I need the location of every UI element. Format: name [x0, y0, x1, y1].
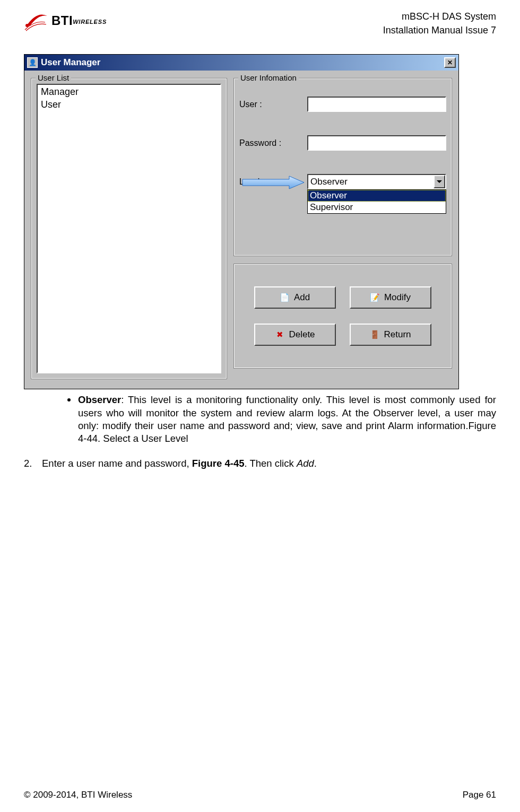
level-option-supervisor[interactable]: Supervisor: [308, 202, 446, 213]
step-number: 2.: [24, 457, 37, 470]
bullet-text: Observer: This level is a monitoring fun…: [78, 394, 496, 446]
add-icon: 📄: [280, 293, 290, 302]
logo-swoosh-icon: [24, 10, 49, 32]
dialog-titlebar[interactable]: 👤 User Manager ✕: [24, 55, 458, 71]
logo-text: BTIWIRELESS: [51, 13, 107, 28]
dialog-body: User List Manager User User Infomation U…: [24, 71, 458, 389]
modify-icon: 📝: [370, 293, 380, 302]
delete-icon: ✖: [275, 330, 284, 339]
user-label: User :: [239, 100, 307, 109]
list-item[interactable]: Manager: [41, 86, 217, 98]
user-row: User :: [239, 97, 446, 112]
dialog-user-manager: 👤 User Manager ✕ User List Manager User …: [24, 54, 459, 389]
level-option-observer[interactable]: Observer: [308, 190, 446, 202]
page-footer: © 2009-2014, BTI Wireless Page 61: [0, 790, 520, 800]
level-selected: Observer: [307, 174, 446, 189]
logo: BTIWIRELESS: [24, 10, 107, 32]
step-text: Enter a user name and password, Figure 4…: [42, 457, 317, 470]
user-list-fieldset: User List Manager User: [31, 78, 227, 379]
footer-page: Page 61: [463, 790, 496, 800]
list-item[interactable]: User: [41, 99, 217, 111]
level-row: Level : Observer Observer Supervisor: [239, 174, 446, 189]
user-info-fieldset: User Infomation User : Password : Level …: [233, 78, 452, 256]
bullet-observer: Observer: This level is a monitoring fun…: [24, 394, 496, 446]
password-input[interactable]: [307, 135, 446, 151]
user-list-label: User List: [36, 73, 71, 82]
level-combo[interactable]: Observer Observer Supervisor: [307, 174, 446, 189]
button-area: 📄 Add 📝 Modify ✖ Delete 🚪 Return: [233, 264, 452, 369]
user-info-label: User Infomation: [238, 73, 299, 82]
page-header: BTIWIRELESS mBSC-H DAS System Installati…: [0, 0, 520, 42]
header-line1: mBSC-H DAS System: [383, 10, 496, 23]
step-2: 2. Enter a user name and password, Figur…: [24, 457, 496, 470]
level-dropdown-list: Observer Supervisor: [307, 189, 446, 214]
footer-copyright: © 2009-2014, BTI Wireless: [24, 790, 132, 800]
user-info-col: User Infomation User : Password : Level …: [233, 78, 452, 379]
header-line2: Installation Manual Issue 7: [383, 23, 496, 37]
delete-button[interactable]: ✖ Delete: [254, 324, 336, 346]
add-button[interactable]: 📄 Add: [254, 286, 336, 309]
user-input[interactable]: [307, 97, 446, 112]
password-row: Password :: [239, 135, 446, 151]
chevron-down-icon[interactable]: [434, 175, 445, 188]
return-button[interactable]: 🚪 Return: [350, 324, 431, 346]
app-icon: 👤: [27, 57, 38, 68]
bullet-dot-icon: [67, 398, 71, 401]
dialog-title: User Manager: [41, 57, 441, 68]
user-list[interactable]: Manager User: [37, 84, 221, 373]
screenshot-user-manager: 👤 User Manager ✕ User List Manager User …: [24, 54, 459, 389]
password-label: Password :: [239, 138, 307, 148]
close-icon[interactable]: ✕: [444, 57, 456, 68]
body-text: Observer: This level is a monitoring fun…: [0, 389, 520, 470]
header-right: mBSC-H DAS System Installation Manual Is…: [383, 10, 496, 37]
modify-button[interactable]: 📝 Modify: [350, 286, 431, 309]
arrow-annotation-icon: [241, 175, 305, 190]
return-icon: 🚪: [370, 330, 379, 339]
